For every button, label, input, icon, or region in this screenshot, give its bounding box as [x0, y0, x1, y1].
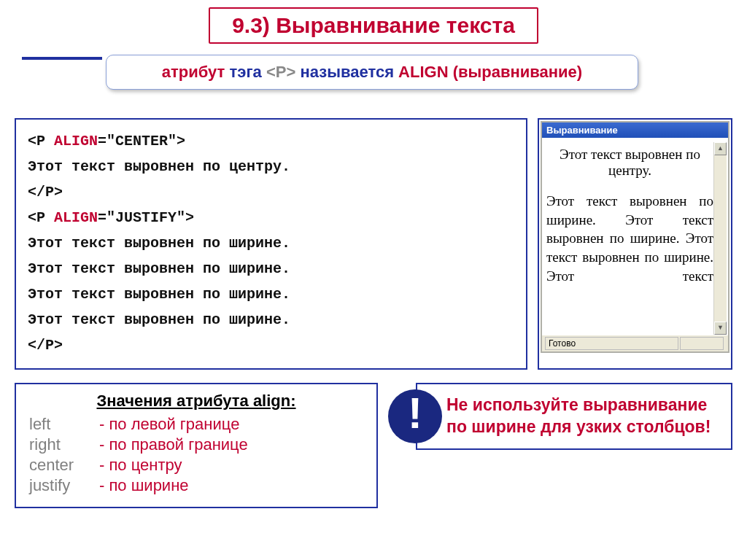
values-title: Значения атрибута align: [29, 392, 363, 411]
page-title: 9.3) Выравнивание текста [232, 13, 515, 38]
subtitle-part3: <P> [266, 63, 295, 81]
subtitle-part5: ALIGN (выравнивание) [398, 63, 582, 81]
scrollbar[interactable]: ▲ ▼ [713, 142, 727, 335]
values-key: justify [29, 476, 99, 495]
code-line: Этот текст выровнен по ширине. [28, 256, 514, 281]
browser-statusbar: Готово [542, 335, 728, 351]
values-row: right - по правой границе [29, 435, 363, 454]
values-row: center - по центру [29, 456, 363, 475]
slide: 9.3) Выравнивание текста атрибут тэга <P… [0, 0, 747, 560]
values-desc: - по ширине [99, 476, 189, 495]
values-key: right [29, 435, 99, 454]
scroll-down-icon[interactable]: ▼ [714, 322, 727, 335]
exclamation-icon: ! [388, 389, 442, 443]
browser-content: Этот текст выровнен по центру. Этот текс… [546, 142, 713, 335]
centered-text: Этот текст выровнен по центру. [546, 147, 713, 179]
code-line: </P> [28, 332, 514, 358]
content-row: <P ALIGN="CENTER"> Этот текст выровнен п… [15, 118, 732, 370]
code-line: Этот текст выровнен по ширине. [28, 307, 514, 332]
values-row: left - по левой границе [29, 415, 363, 434]
divider [22, 57, 102, 60]
browser-preview: Выравнивание Этот текст выровнен по цент… [538, 118, 732, 370]
status-text: Готово [545, 337, 678, 350]
browser-titlebar: Выравнивание [542, 122, 728, 138]
subtitle-part4: называется [300, 63, 394, 81]
code-line: <P ALIGN="CENTER"> [28, 128, 514, 154]
warning-text: Не используйте выравнивание по ширине дл… [416, 383, 732, 450]
values-desc: - по правой границе [99, 435, 248, 454]
code-box: <P ALIGN="CENTER"> Этот текст выровнен п… [15, 118, 527, 370]
browser-window: Выравнивание Этот текст выровнен по цент… [541, 121, 729, 353]
code-line: Этот текст выровнен по центру. [28, 154, 514, 179]
code-line: Этот текст выровнен по ширине. [28, 281, 514, 307]
code-line: Этот текст выровнен по ширине. [28, 230, 514, 256]
subtitle-part1: атрибут [162, 63, 225, 81]
values-key: center [29, 456, 99, 475]
title-box: 9.3) Выравнивание текста [209, 7, 538, 44]
scroll-up-icon[interactable]: ▲ [714, 142, 727, 155]
values-key: left [29, 415, 99, 434]
status-cell [680, 337, 724, 350]
values-desc: - по левой границе [99, 415, 239, 434]
subtitle-part2: тэга [230, 63, 262, 81]
values-desc: - по центру [99, 456, 182, 475]
subtitle: атрибут тэга <P> называется ALIGN (вырав… [106, 55, 638, 90]
browser-body: Этот текст выровнен по центру. Этот текс… [542, 138, 728, 335]
values-row: justify - по ширине [29, 476, 363, 495]
values-box: Значения атрибута align: left - по левой… [15, 383, 378, 508]
warning: ! Не используйте выравнивание по ширине … [388, 383, 732, 450]
code-line: </P> [28, 179, 514, 205]
code-line: <P ALIGN="JUSTIFY"> [28, 205, 514, 230]
justified-text: Этот текст выровнен по ширине. Этот текс… [546, 192, 713, 285]
bottom-row: Значения атрибута align: left - по левой… [15, 383, 732, 508]
